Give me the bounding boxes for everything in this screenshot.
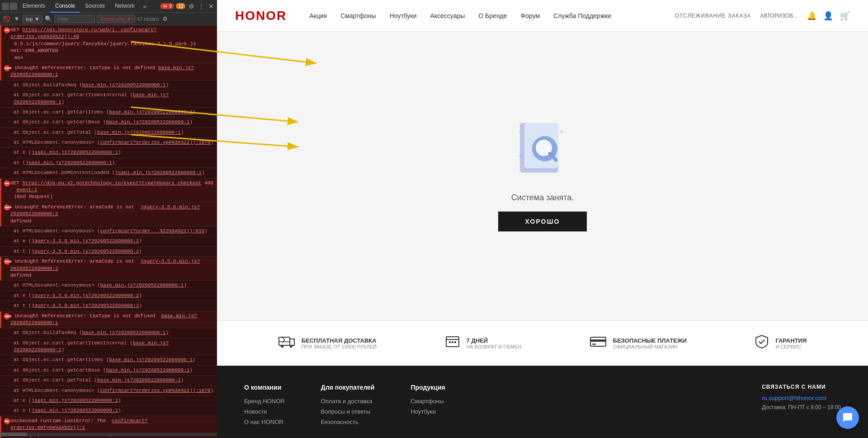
console-entry-2: ⛔ ▶ Uncaught ReferenceError: taxType is … (0, 63, 217, 80)
link-5-sub3[interactable]: jquery-3.5.0.min.js?20200522000000:2 (32, 303, 139, 308)
toggle-filter-button[interactable]: 🔍 (44, 15, 52, 23)
settings-button[interactable]: ⚙ (187, 2, 195, 10)
console-link-4[interactable]: jquery-3.5.0.min.js?20200522000000:2 (10, 204, 200, 217)
feature-return-subtitle: НА ВОЗВРАТ И ОБМЕН (467, 344, 522, 349)
devtools-dock-icon[interactable] (2, 3, 9, 10)
footer-col-buyers-item-0[interactable]: Оплата и доставка (321, 398, 375, 405)
link-5-sub1[interactable]: base.min.js?20200522000000:1 (100, 283, 184, 288)
nav-smartphones[interactable]: Смартфоны (340, 12, 376, 19)
footer-col-products-item-1[interactable]: Ноутбуки (410, 408, 445, 415)
link-5-sub2[interactable]: jquery-3.5.0.min.js?20200522000000:2 (32, 293, 139, 298)
console-link-5[interactable]: jquery-3.5.0.min.js?20200522000000:2 (10, 259, 200, 271)
clear-console-button[interactable]: 🚫 (3, 15, 11, 23)
link-2-sub1[interactable]: base.min.js?20200522000000:1 (82, 82, 166, 88)
footer-col-company-item-0[interactable]: Бренд HONOR (244, 398, 285, 405)
link-4-sub2[interactable]: jquery-3.5.0.min.js?20200522000000:2 (32, 238, 139, 244)
console-entry-5-text: Uncaught ReferenceError: areaCode is not… (10, 259, 200, 278)
devtools-inspect-icon[interactable] (10, 3, 17, 10)
nav-promo[interactable]: Акция (309, 12, 327, 19)
context-selector[interactable]: top ▼ (23, 15, 42, 23)
toggle-console-button[interactable]: ▼ (13, 15, 21, 23)
tab-sources[interactable]: Sources (80, 0, 109, 13)
console-entry-6-sub2: at Object.ec.cart.getCartItemsInternal (… (0, 339, 217, 356)
errors-only-label: Errors only (101, 16, 125, 22)
close-devtools-button[interactable]: ✕ (207, 2, 215, 10)
customize-button[interactable]: ⋮ (197, 2, 205, 10)
link-2-sub9[interactable]: jsapi.min.js?20200522000000:1 (115, 170, 201, 175)
error-icon-7: ⛔ (4, 418, 10, 426)
console-entry-5: ⛔ ▶ Uncaught ReferenceError: areaCode is… (0, 257, 217, 281)
console-entry-2-toggle[interactable]: ▶ (9, 65, 12, 71)
link-2-sub4[interactable]: base.min.js?20200522000000:1 (106, 119, 190, 125)
console-entry-5-toggle[interactable]: ▶ (9, 259, 12, 265)
error-icon-3: ⛔ (4, 180, 10, 188)
footer-col-buyers-item-2[interactable]: Безопасность (321, 419, 375, 425)
user-icon[interactable]: 👤 (823, 11, 833, 21)
console-link-7[interactable]: confirmcart?orderJso.emType%3A%22)):1 (10, 418, 148, 430)
console-entry-6-sub6: at HTMLDocument.<anonymous> (confirmcart… (0, 386, 217, 396)
feature-delivery-texts: БЕСПЛАТНАЯ ДОСТАВКА ПРИ ЗАКАЗЕ ОТ 10000 … (302, 337, 377, 349)
nav-forum[interactable]: Форум (521, 12, 540, 19)
console-entry-6-sub5: at Object.ec.cart.getTotal (base.min.js?… (0, 376, 217, 386)
nav-accessories[interactable]: Аксессуары (430, 12, 465, 19)
console-entry-1-text: GET https://s01.honorstore.ru/web/1. con… (10, 27, 196, 61)
footer-col-company-item-1[interactable]: Новости (244, 408, 285, 415)
console-entry-1-detail: 9.5.1/js/common/jquery.fancybox/jquery.f… (10, 41, 196, 47)
link-4-sub3[interactable]: jquery-3.5.0.min.js?20200522000000:2 (32, 249, 139, 254)
footer-col-company-item-2[interactable]: О нас HONOR (244, 419, 285, 425)
console-link-3[interactable]: https://dsp-eu.v2.gotechnology.io/event?… (22, 180, 201, 186)
link-2-sub6[interactable]: confirmcart?orderJso.ype%3A%22)):1870 (100, 140, 210, 145)
header-tracking[interactable]: ОТСЛЕЖИВАНИЕ ЗАКАЗА (675, 13, 751, 19)
console-entry-6: ⛔ ▶ Uncaught ReferenceError: taxType is … (0, 311, 217, 329)
footer-col-buyers-item-1[interactable]: Вопросы и ответы (321, 408, 375, 415)
nav-about[interactable]: О Бренде (478, 12, 507, 19)
console-entry-2-sub1: at Object.buildTaxReq (base.min.js?20200… (0, 80, 217, 90)
chat-bubble[interactable] (836, 406, 859, 429)
tab-console[interactable]: Console (51, 0, 80, 13)
errors-only-arrow: ▼ (126, 16, 131, 22)
console-link-1[interactable]: https://s01.honorstore.ru/web/1. confirm… (10, 27, 156, 39)
devtools-scrollbar[interactable] (0, 433, 217, 436)
console-link-3b[interactable]: event:1 (16, 187, 37, 193)
console-entry-6-sub1: at Object.buildTaxReq (base.min.js?20200… (0, 328, 217, 338)
more-tabs-button[interactable]: » (140, 1, 149, 12)
ok-button[interactable]: ХОРОШО (498, 212, 587, 231)
link-6-sub1[interactable]: base.min.js?20200522000000:1 (82, 330, 166, 335)
console-entry-6-toggle[interactable]: ▶ (9, 313, 12, 320)
console-toolbar: 🚫 ▼ top ▼ 🔍 Errors only ▼ 47 hidden ⚙ (0, 13, 217, 25)
tab-network[interactable]: Network (110, 0, 139, 13)
link-2-sub3[interactable]: base.min.js?20200522000000:1 (109, 109, 193, 115)
devtools-scrollbar-thumb[interactable] (0, 433, 27, 436)
site-nav: Акция Смартфоны Ноутбуки Аксессуары О Бр… (309, 12, 675, 19)
footer-col-products-item-0[interactable]: Смартфоны (410, 398, 445, 405)
link-4-sub1[interactable]: confirmcart?order...%22%3A%22)):619 (100, 228, 204, 234)
feature-payment-subtitle: ОФИЦИАЛЬНЫЙ МАГАЗИН (613, 344, 687, 349)
site-logo[interactable]: HONOR (235, 9, 287, 23)
feature-delivery-title: БЕСПЛАТНАЯ ДОСТАВКА (302, 337, 377, 344)
filter-input[interactable] (54, 15, 95, 23)
header-auth[interactable]: АВТОРИЗОВ... (760, 13, 797, 19)
link-6-sub7[interactable]: jsapi.min.js?20200522000000:1 (32, 398, 118, 403)
footer-contact-email[interactable]: ru.support@hihonor.com (762, 395, 841, 401)
link-2-sub7[interactable]: jsapi.min.js?20200522000000:1 (32, 150, 118, 155)
console-link-6[interactable]: base.min.js?20200522000000:1 (10, 313, 197, 325)
link-6-sub6[interactable]: confirmcart?orderJso.ype%3A%22)):1870 (100, 388, 210, 393)
notification-icon[interactable]: 🔔 (807, 11, 816, 21)
console-entry-4-toggle[interactable]: ▶ (9, 204, 12, 211)
link-6-sub4[interactable]: base.min.js?20200522000000:1 (106, 367, 190, 373)
link-6-sub8[interactable]: jsapi.min.js?20200522000000:1 (32, 408, 118, 413)
link-2-sub2[interactable]: base.min.js?20200522000000:1 (14, 92, 169, 104)
link-6-sub3[interactable]: base.min.js?20200522000000:1 (109, 357, 193, 363)
nav-laptops[interactable]: Ноутбуки (390, 12, 417, 19)
link-6-sub2[interactable]: base.min.js?20200522000000:1 (14, 340, 169, 353)
link-6-sub5[interactable]: base.min.js?20200522000000:1 (97, 377, 181, 383)
errors-only-button[interactable]: Errors only ▼ (97, 15, 135, 23)
console-entry-2-sub2: at Object.ec.cart.getCartItemsInternal (… (0, 90, 217, 108)
console-link-2[interactable]: base.min.js?20200522000000:1 (10, 65, 194, 77)
tab-elements[interactable]: Elements (18, 0, 50, 13)
nav-support[interactable]: Служба Поддержки (553, 12, 611, 19)
link-2-sub8[interactable]: jsapi.min.js?20200522000000:1 (25, 160, 112, 165)
cart-icon[interactable]: 🛒 (840, 11, 850, 21)
link-2-sub5[interactable]: base.min.js?20200522000000:1 (97, 130, 181, 135)
console-settings-button[interactable]: ⚙ (161, 15, 169, 23)
